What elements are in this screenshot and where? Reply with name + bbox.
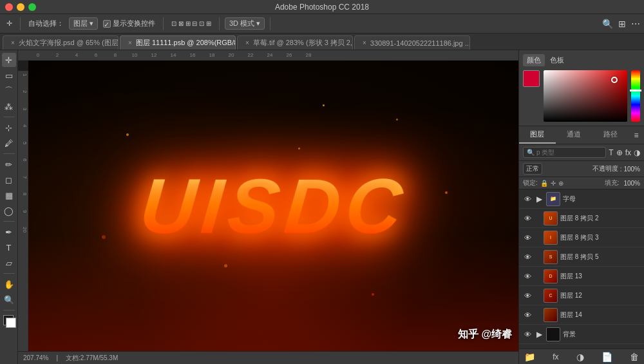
dodge-tool-icon[interactable]: ◯ xyxy=(2,204,16,218)
blend-mode-dropdown[interactable]: 正常 xyxy=(523,163,542,175)
canvas-content[interactable]: UISDC xyxy=(28,61,518,351)
layer-name: 图层 8 拷贝 5 xyxy=(560,253,640,262)
type-tool-icon[interactable]: T xyxy=(2,240,16,254)
layer-visibility-icon[interactable]: 👁 xyxy=(523,330,532,339)
layers-search[interactable]: 🔍 xyxy=(523,147,606,158)
tab-close-icon[interactable]: × xyxy=(11,39,15,46)
new-layer-icon[interactable]: 📄 xyxy=(601,352,612,362)
lock-position-icon[interactable]: ✛ xyxy=(551,180,556,187)
color-tab-swatches[interactable]: 色板 xyxy=(546,54,568,66)
lock-pixels-icon[interactable]: 🔒 xyxy=(540,180,548,187)
panel-menu-icon[interactable]: ≡ xyxy=(629,126,644,144)
layer-name: 图层 14 xyxy=(560,311,640,320)
layer-fx-icon[interactable]: fx xyxy=(625,148,631,157)
layer-visibility-icon[interactable]: 👁 xyxy=(523,253,532,262)
tool-separator-4 xyxy=(3,273,15,274)
layer-adjustment-icon[interactable]: ◑ xyxy=(634,148,640,157)
canvas-image[interactable]: UISDC xyxy=(28,61,518,351)
fire-text-canvas: UISDC xyxy=(28,61,518,351)
titlebar: Adobe Photoshop CC 2018 xyxy=(0,0,644,14)
more-options-icon[interactable]: ⋯ xyxy=(631,19,640,29)
pen-tool-icon[interactable]: ✒ xyxy=(2,225,16,239)
maximize-button[interactable] xyxy=(28,3,36,11)
layer-item-14[interactable]: 👁 图层 14 xyxy=(519,305,644,325)
transform-controls[interactable]: ⊡ ⊠ ⊞ ⊟ ⊡ ⊞ xyxy=(169,19,214,28)
zoom-tool-icon[interactable]: 🔍 xyxy=(2,292,16,307)
eraser-tool-icon[interactable]: ◻ xyxy=(2,173,16,187)
foreground-color-swatch[interactable] xyxy=(2,314,16,328)
shape-tool-icon[interactable]: ▱ xyxy=(2,256,16,270)
show-transform-checkbox[interactable]: ✓ xyxy=(103,20,111,28)
toolbar-separator-3 xyxy=(219,17,220,30)
brush-tool-icon[interactable]: ✏ xyxy=(2,157,16,171)
layer-visibility-icon[interactable]: 👁 xyxy=(523,214,532,223)
layer-item-13[interactable]: 👁 D 图层 13 xyxy=(519,267,644,286)
layer-dropdown[interactable]: 图层 ▾ xyxy=(69,17,98,30)
opacity-value-display[interactable]: 100% xyxy=(623,166,640,173)
fill-value[interactable]: 100% xyxy=(623,180,640,187)
tab-paths[interactable]: 路径 xyxy=(592,126,629,144)
tab-label: 火焰文字海报.psd @ 65% (图层 1... xyxy=(19,38,118,48)
tab-label: 图层 11111.psb @ 208%(RGB/8#)* xyxy=(136,38,236,48)
layers-search-input[interactable] xyxy=(536,149,602,156)
layer-item-folder-zimu[interactable]: 👁 ▶ 📁 字母 xyxy=(519,189,644,209)
layer-item-8-copy2[interactable]: 👁 U 图层 8 拷贝 2 xyxy=(519,209,644,228)
tab-channels[interactable]: 通道 xyxy=(556,126,592,144)
layer-thumbnail: U xyxy=(544,211,558,225)
tab-layer-11111[interactable]: × 图层 11111.psb @ 208%(RGB/8#)* xyxy=(120,35,236,50)
layer-visibility-icon[interactable]: 👁 xyxy=(523,195,532,204)
delete-layer-icon[interactable]: 🗑 xyxy=(630,352,639,362)
tab-strawberry[interactable]: × 草莓.tif @ 283% (形状 3 拷贝 2, R... xyxy=(237,35,353,50)
hue-indicator xyxy=(630,90,641,91)
color-panel-tabs: 颜色 色板 xyxy=(523,54,640,66)
layers-list[interactable]: 👁 ▶ 📁 字母 👁 U 图层 8 拷贝 2 xyxy=(519,189,644,349)
new-fill-adjustment-icon[interactable]: ◑ xyxy=(576,352,584,362)
lock-all-icon[interactable]: ⊕ xyxy=(558,180,564,187)
move-tool[interactable]: ✛ xyxy=(4,18,15,29)
layer-item-background[interactable]: 👁 ▶ 背景 xyxy=(519,325,644,344)
crop-tool-icon[interactable]: ⊹ xyxy=(2,120,16,135)
marquee-tool-icon[interactable]: ▭ xyxy=(2,68,16,82)
layer-item-8-copy5[interactable]: 👁 S 图层 8 拷贝 5 xyxy=(519,247,644,267)
magic-wand-icon[interactable]: ⁂ xyxy=(2,99,16,113)
color-tab-color[interactable]: 颜色 xyxy=(523,54,545,66)
color-swatch[interactable] xyxy=(523,70,540,87)
3d-dropdown-arrow-icon: ▾ xyxy=(256,19,260,28)
tab-close-icon[interactable]: × xyxy=(363,39,366,46)
layer-item-8-copy3[interactable]: 👁 I 图层 8 拷贝 3 xyxy=(519,228,644,247)
layer-visibility-icon[interactable]: 👁 xyxy=(523,291,532,300)
layer-visibility-icon[interactable]: 👁 xyxy=(523,233,532,242)
tab-layers[interactable]: 图层 xyxy=(519,126,556,144)
tab-close-icon[interactable]: × xyxy=(245,39,249,46)
color-picker-cursor xyxy=(611,77,618,83)
layers-options: 正常 不透明度 : 100% xyxy=(519,161,644,177)
tab-photo[interactable]: × 330891-14020522211186.jpg ... xyxy=(354,35,470,50)
tab-close-icon[interactable]: × xyxy=(128,39,132,46)
layer-visibility-icon[interactable]: 👁 xyxy=(523,311,532,320)
layer-item-12[interactable]: 👁 C 图层 12 xyxy=(519,286,644,305)
zoom-level: 207.74% xyxy=(23,354,48,361)
layer-filter-icon[interactable]: ⊕ xyxy=(616,148,623,157)
tab-fire-poster[interactable]: × 火焰文字海报.psd @ 65% (图层 1... xyxy=(3,35,118,50)
3d-mode-dropdown[interactable]: 3D 模式 ▾ xyxy=(225,17,265,30)
layer-thumbnail xyxy=(544,308,558,322)
layer-type-filter-icon[interactable]: T xyxy=(609,148,613,157)
gradient-tool-icon[interactable]: ▦ xyxy=(2,188,16,202)
eyedropper-icon[interactable]: 🖉 xyxy=(2,136,16,150)
color-gradient-picker[interactable] xyxy=(544,70,627,122)
canvas-area[interactable]: 0 2 4 6 8 10 12 14 16 18 20 22 24 26 28 xyxy=(18,50,518,364)
new-group-icon[interactable]: 📁 xyxy=(524,352,535,362)
workspace-icon[interactable]: ⊞ xyxy=(618,19,626,29)
lasso-tool-icon[interactable]: ⌒ xyxy=(2,84,16,98)
fx-icon[interactable]: fx xyxy=(553,352,558,361)
layer-thumbnail: I xyxy=(544,231,558,245)
minimize-button[interactable] xyxy=(17,3,24,11)
move-tool-icon[interactable]: ✛ xyxy=(2,53,16,67)
search-icon[interactable]: 🔍 xyxy=(602,19,613,29)
layer-visibility-icon[interactable]: 👁 xyxy=(523,272,532,281)
hand-tool-icon[interactable]: ✋ xyxy=(2,277,16,291)
hue-slider[interactable] xyxy=(631,70,640,122)
close-button[interactable] xyxy=(5,3,13,11)
filter-icon: 🔍 xyxy=(527,149,535,156)
layers-lock-bar: 锁定: 🔒 ✛ ⊕ 填充: 100% xyxy=(519,177,644,189)
